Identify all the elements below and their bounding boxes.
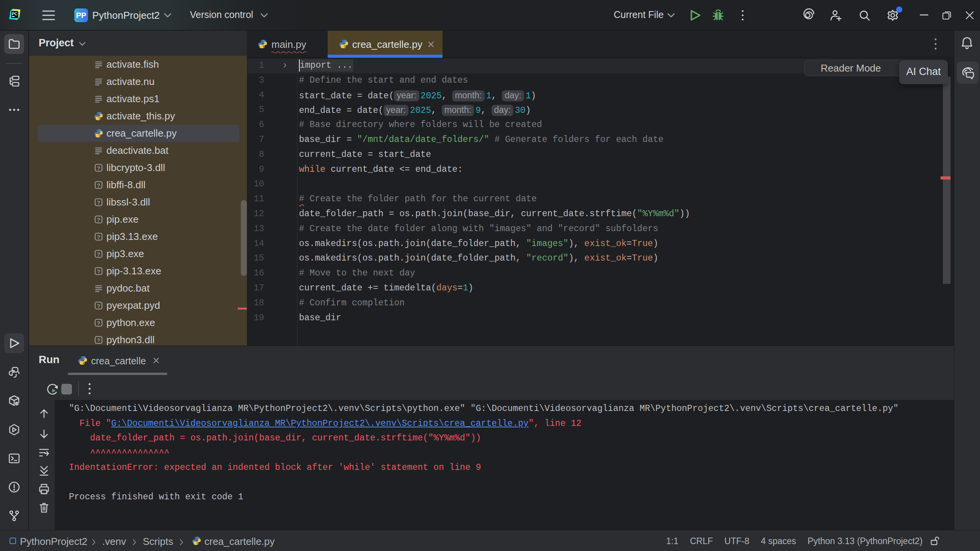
svg-text:PC: PC (12, 11, 18, 16)
